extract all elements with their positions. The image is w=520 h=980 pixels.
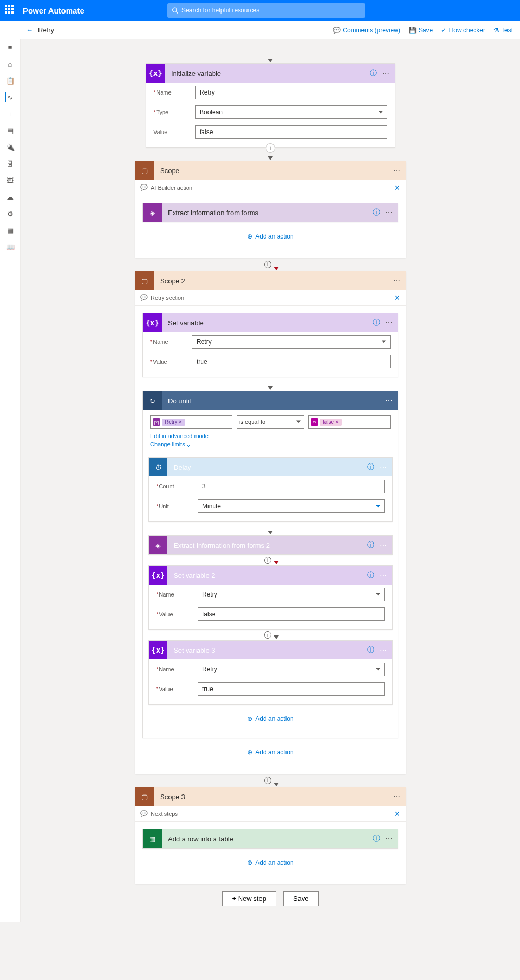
- set-variable-3-card[interactable]: {x} Set variable 3 ⓘ ⋯ *NameRetry *Value…: [148, 640, 393, 705]
- more-icon[interactable]: ⋯: [380, 463, 387, 471]
- help-icon[interactable]: ⓘ: [367, 540, 374, 550]
- ai-builder-icon: ◈: [149, 536, 167, 554]
- search-input[interactable]: [181, 7, 361, 14]
- search-icon: [172, 7, 178, 14]
- more-icon[interactable]: ⋯: [385, 208, 393, 217]
- extract-forms-2-card[interactable]: ◈ Extract information from forms 2 ⓘ ⋯: [148, 535, 393, 555]
- ai-icon[interactable]: ☁: [6, 192, 15, 202]
- initialize-variable-card[interactable]: {x} Initialize variable ⓘ ⋯ *NameRetry *…: [146, 63, 395, 148]
- more-icon[interactable]: ⋯: [380, 541, 387, 549]
- arrow-dashed-icon: [276, 259, 277, 270]
- templates-icon[interactable]: ▤: [6, 126, 15, 135]
- close-comment-icon[interactable]: ✕: [394, 810, 400, 818]
- more-icon[interactable]: ⋯: [380, 646, 387, 654]
- info-icon[interactable]: i: [264, 777, 271, 784]
- left-operand-input[interactable]: {x} Retry×: [150, 415, 232, 429]
- delay-card[interactable]: ⏱ Delay ⓘ ⋯ *Count3 *UnitMinute: [148, 457, 393, 522]
- operator-select[interactable]: is equal to: [237, 415, 304, 429]
- solutions-icon[interactable]: ▦: [6, 226, 15, 235]
- name-input[interactable]: Retry: [195, 86, 387, 99]
- remove-token-icon[interactable]: ×: [179, 419, 182, 425]
- search-box[interactable]: [167, 3, 365, 18]
- close-comment-icon[interactable]: ✕: [394, 183, 400, 192]
- scope-3-card[interactable]: ▢ Scope 3 ⋯ 💬Next steps ✕ ▦ Add a row in…: [135, 787, 406, 884]
- excel-icon: ▦: [143, 829, 162, 848]
- waffle-icon[interactable]: [5, 5, 16, 16]
- process-icon[interactable]: ⚙: [6, 209, 15, 218]
- home-icon[interactable]: ⌂: [6, 59, 15, 69]
- value-input[interactable]: true: [192, 355, 391, 368]
- more-icon[interactable]: ⋯: [385, 396, 393, 405]
- type-select[interactable]: Boolean: [195, 105, 387, 119]
- learn-icon[interactable]: 📖: [6, 242, 15, 251]
- flows-icon[interactable]: ∿: [5, 92, 15, 102]
- card-title: Set variable 3: [174, 646, 362, 654]
- add-action-button[interactable]: ⊕Add an action: [247, 222, 293, 250]
- unit-select[interactable]: Minute: [198, 499, 385, 513]
- help-icon[interactable]: ⓘ: [373, 318, 380, 327]
- more-icon[interactable]: ⋯: [393, 166, 400, 175]
- help-icon[interactable]: ⓘ: [373, 208, 380, 217]
- set-variable-2-card[interactable]: {x} Set variable 2 ⓘ ⋯ *NameRetry *Value…: [148, 565, 393, 630]
- card-title: Do until: [168, 397, 380, 405]
- value-input[interactable]: false: [198, 607, 385, 621]
- more-icon[interactable]: ⋯: [393, 792, 400, 801]
- arrow-icon: [270, 149, 271, 160]
- info-icon[interactable]: i: [264, 631, 271, 639]
- help-icon[interactable]: ⓘ: [370, 69, 377, 78]
- create-icon[interactable]: +: [6, 109, 15, 118]
- save-button[interactable]: 💾Save: [409, 27, 433, 34]
- svg-line-1: [176, 11, 178, 13]
- add-action-button[interactable]: ⊕Add an action: [247, 705, 293, 733]
- items-icon[interactable]: 📋: [6, 76, 15, 85]
- new-step-button[interactable]: + New step: [222, 891, 276, 906]
- arrow-icon: [270, 378, 271, 390]
- change-limits-link[interactable]: Change limits: [143, 440, 398, 448]
- name-select[interactable]: Retry: [198, 588, 385, 601]
- scope-2-card[interactable]: ▢ Scope 2 ⋯ 💬Retry section ✕ {x} Set var…: [135, 271, 406, 774]
- more-icon[interactable]: ⋯: [385, 319, 393, 327]
- value-input[interactable]: true: [198, 682, 385, 696]
- variable-icon: {x}: [149, 566, 167, 585]
- help-icon[interactable]: ⓘ: [367, 571, 374, 580]
- more-icon[interactable]: ⋯: [380, 571, 387, 579]
- close-comment-icon[interactable]: ✕: [394, 294, 400, 302]
- save-flow-button[interactable]: Save: [283, 891, 319, 906]
- hamburger-icon[interactable]: ≡: [6, 43, 15, 52]
- extract-forms-card[interactable]: ◈ Extract information from forms ⓘ ⋯: [142, 203, 398, 222]
- info-icon[interactable]: i: [264, 261, 271, 268]
- name-select[interactable]: Retry: [198, 663, 385, 676]
- name-select[interactable]: Retry: [192, 335, 391, 349]
- comments-button[interactable]: 💬Comments (preview): [333, 27, 400, 34]
- flow-checker-button[interactable]: ✓Flow checker: [441, 27, 485, 34]
- count-input[interactable]: 3: [198, 480, 385, 493]
- arrow-icon: [270, 51, 271, 62]
- test-button[interactable]: ⚗Test: [493, 27, 513, 34]
- info-icon[interactable]: i: [264, 557, 271, 564]
- add-action-button[interactable]: ⊕Add an action: [247, 849, 293, 877]
- connectors-icon[interactable]: 🔌: [6, 142, 15, 152]
- value-input[interactable]: false: [195, 125, 387, 139]
- variable-icon: {x}: [149, 641, 167, 659]
- more-icon[interactable]: ⋯: [385, 835, 393, 843]
- scope-comment: 💬Retry section ✕: [135, 290, 406, 306]
- data-icon[interactable]: 🗄: [6, 159, 15, 168]
- add-row-table-card[interactable]: ▦ Add a row into a table ⓘ ⋯: [142, 829, 398, 849]
- help-icon[interactable]: ⓘ: [373, 834, 380, 843]
- remove-token-icon[interactable]: ×: [335, 419, 339, 425]
- flow-title: Retry: [38, 26, 54, 34]
- scope-card[interactable]: ▢ Scope ⋯ 💬AI Builder action ✕ ◈ Extract…: [135, 161, 406, 258]
- right-operand-input[interactable]: fx false×: [308, 415, 391, 429]
- more-icon[interactable]: ⋯: [393, 276, 400, 285]
- set-variable-card[interactable]: {x} Set variable ⓘ ⋯ *NameRetry *Valuetr…: [142, 313, 398, 377]
- loop-icon: ↻: [143, 391, 162, 410]
- card-title: Delay: [174, 463, 362, 471]
- monitor-icon[interactable]: 🖼: [6, 176, 15, 185]
- back-button[interactable]: ←: [26, 26, 33, 34]
- add-action-button[interactable]: ⊕Add an action: [247, 738, 293, 766]
- more-icon[interactable]: ⋯: [382, 69, 389, 77]
- help-icon[interactable]: ⓘ: [367, 645, 374, 655]
- edit-advanced-link[interactable]: Edit in advanced mode: [143, 432, 398, 440]
- help-icon[interactable]: ⓘ: [367, 462, 374, 472]
- do-until-card[interactable]: ↻ Do until ⋯ {x} Retry× is equal to fx f…: [142, 391, 398, 738]
